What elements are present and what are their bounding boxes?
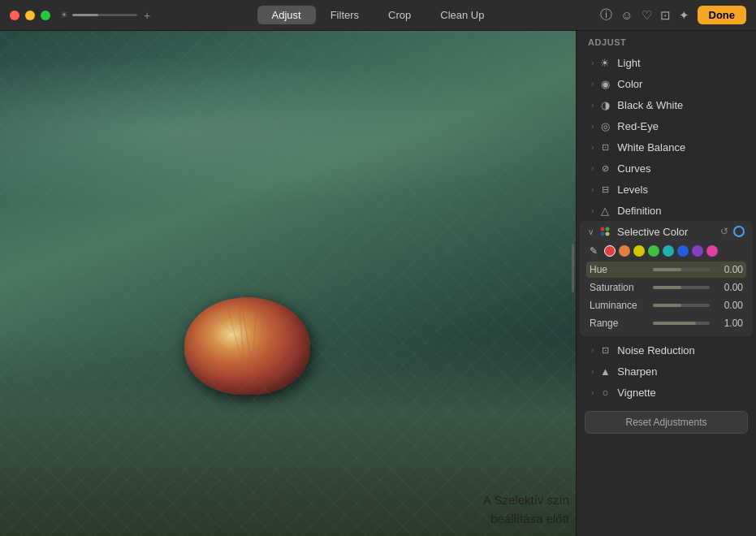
range-slider-track[interactable] [653, 322, 710, 325]
maximize-button[interactable] [41, 11, 50, 20]
bw-icon: ◑ [598, 98, 611, 111]
wb-label: White Balance [617, 141, 741, 153]
range-slider-row[interactable]: Range 1.00 [586, 315, 746, 331]
more-icon[interactable]: ✦ [679, 8, 689, 23]
undo-icon[interactable]: ↺ [720, 226, 728, 237]
wb-icon: ⊡ [598, 140, 611, 153]
vignette-icon: ○ [598, 386, 611, 399]
light-label: Light [617, 57, 741, 69]
bw-label: Black & White [617, 99, 741, 111]
swatch-red[interactable] [604, 245, 616, 257]
chevron-right-icon: › [591, 206, 594, 215]
chevron-right-icon: › [591, 346, 594, 355]
light-icon: ☀ [598, 56, 611, 69]
luminance-slider-track[interactable] [653, 304, 710, 307]
pencil-icon[interactable]: ✎ [590, 245, 598, 257]
luminance-slider-row[interactable]: Luminance 0.00 [586, 297, 746, 313]
chevron-right-icon: › [591, 388, 594, 397]
hue-value: 0.00 [715, 264, 743, 275]
hue-slider-row[interactable]: Hue 0.00 [586, 262, 746, 278]
chevron-right-icon: › [591, 164, 594, 173]
range-label: Range [590, 318, 648, 329]
saturation-label: Saturation [590, 282, 648, 293]
color-icon: ◉ [598, 77, 611, 90]
brightness-high-icon: + [144, 9, 150, 22]
color-swatches-row: ✎ [580, 242, 753, 262]
scroll-indicator [572, 244, 574, 292]
titlebar: ☀ + Adjust Filters Crop Clean Up ⓘ ☺ ♡ ⊡… [0, 0, 756, 31]
adjust-item-definition[interactable]: › △ Definition [580, 200, 753, 221]
share-icon[interactable]: ⊡ [660, 8, 671, 23]
selective-color-section: ∨ Selective Color ↺ ✎ [580, 221, 753, 336]
minimize-button[interactable] [25, 11, 35, 20]
curves-label: Curves [617, 162, 741, 175]
photo-area [0, 31, 576, 536]
saturation-slider-fill [653, 286, 681, 289]
adjust-item-levels[interactable]: › ⊟ Levels [580, 179, 753, 200]
adjust-item-curves[interactable]: › ⊘ Curves [580, 158, 753, 179]
redeye-icon: ◎ [598, 119, 611, 132]
chevron-right-icon: › [591, 80, 594, 89]
selective-color-toggle[interactable] [733, 226, 745, 237]
adjust-item-white-balance[interactable]: › ⊡ White Balance [580, 136, 753, 158]
swatch-pink[interactable] [706, 245, 718, 257]
hue-slider-fill [653, 268, 681, 271]
done-button[interactable]: Done [698, 6, 747, 24]
swatch-yellow[interactable] [633, 245, 645, 257]
swatch-purple[interactable] [692, 245, 703, 257]
tab-cleanup[interactable]: Clean Up [426, 6, 499, 24]
adjust-item-black-white[interactable]: › ◑ Black & White [580, 94, 753, 115]
luminance-label: Luminance [590, 300, 648, 311]
swatch-green[interactable] [648, 245, 659, 257]
swatch-orange[interactable] [619, 245, 630, 257]
emoji-icon[interactable]: ☺ [620, 8, 633, 22]
tab-crop[interactable]: Crop [374, 6, 426, 24]
brightness-low-icon: ☀ [60, 10, 68, 20]
panel-section-label: ADJUST [577, 31, 756, 52]
chevron-right-icon: › [591, 122, 594, 131]
hue-slider-track[interactable] [653, 268, 710, 271]
caption-line1: A Szelektív szín [483, 491, 569, 510]
titlebar-right: ⓘ ☺ ♡ ⊡ ✦ Done [600, 6, 746, 24]
heart-icon[interactable]: ♡ [642, 8, 652, 23]
luminance-value: 0.00 [715, 300, 743, 311]
sharpen-icon: ▲ [598, 365, 611, 378]
right-panel: ADJUST › ☀ Light › ◉ Color › ◑ Black & W… [576, 31, 756, 536]
saturation-slider-row[interactable]: Saturation 0.00 [586, 279, 746, 296]
redeye-label: Red-Eye [617, 120, 741, 132]
net-texture [0, 31, 576, 536]
noise-reduction-icon: ⊡ [598, 344, 611, 357]
chevron-right-icon: › [591, 185, 594, 194]
tab-filters[interactable]: Filters [316, 6, 374, 24]
close-button[interactable] [10, 11, 19, 20]
adjust-item-light[interactable]: › ☀ Light [580, 52, 753, 73]
chevron-right-icon: › [591, 58, 594, 67]
svg-point-3 [606, 232, 610, 236]
brightness-slider[interactable] [72, 14, 137, 16]
levels-label: Levels [617, 184, 741, 196]
bottom-caption: A Szelektív szín beállítása előtt [483, 491, 569, 528]
adjust-item-vignette[interactable]: › ○ Vignette [580, 382, 753, 403]
tab-adjust[interactable]: Adjust [257, 6, 316, 24]
selective-color-header[interactable]: ∨ Selective Color ↺ [580, 221, 753, 242]
chevron-right-icon: › [591, 101, 594, 110]
luminance-slider-fill [653, 304, 681, 307]
saturation-slider-track[interactable] [653, 286, 710, 289]
swatch-teal[interactable] [663, 245, 674, 257]
svg-point-0 [601, 227, 605, 231]
info-icon[interactable]: ⓘ [600, 7, 612, 23]
adjust-item-noise-reduction[interactable]: › ⊡ Noise Reduction [580, 339, 753, 361]
swatch-blue[interactable] [677, 245, 689, 257]
brightness-slider-area: ☀ + [60, 9, 150, 22]
window-controls [0, 11, 50, 20]
sharpen-label: Sharpen [617, 365, 741, 378]
nav-tabs: Adjust Filters Crop Clean Up [257, 6, 499, 24]
adjust-item-sharpen[interactable]: › ▲ Sharpen [580, 361, 753, 382]
color-label: Color [617, 78, 741, 90]
adjust-item-color[interactable]: › ◉ Color [580, 73, 753, 94]
reset-adjustments-button[interactable]: Reset Adjustments [585, 411, 748, 434]
range-slider-fill [653, 322, 696, 325]
adjust-item-red-eye[interactable]: › ◎ Red-Eye [580, 115, 753, 136]
chevron-right-icon: › [591, 143, 594, 152]
levels-icon: ⊟ [598, 183, 611, 196]
